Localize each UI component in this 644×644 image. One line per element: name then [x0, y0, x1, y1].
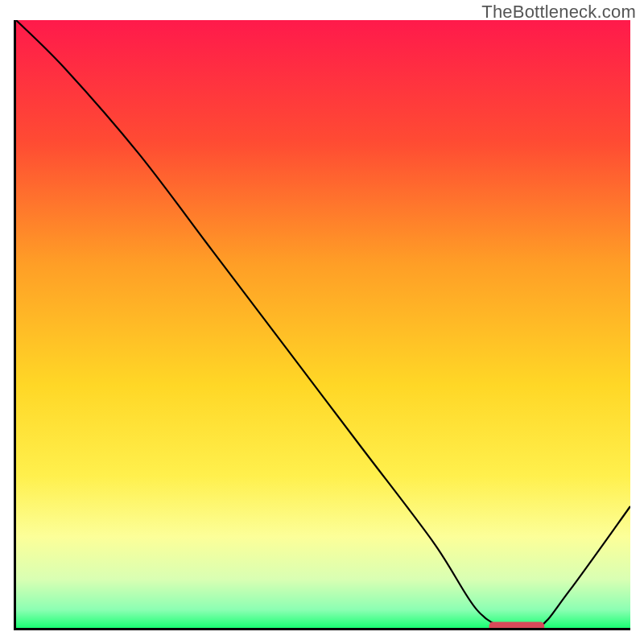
chart-container: TheBottleneck.com	[0, 0, 644, 644]
optimum-marker	[489, 621, 545, 628]
gradient-backdrop	[16, 20, 630, 628]
plot-area	[16, 20, 630, 628]
